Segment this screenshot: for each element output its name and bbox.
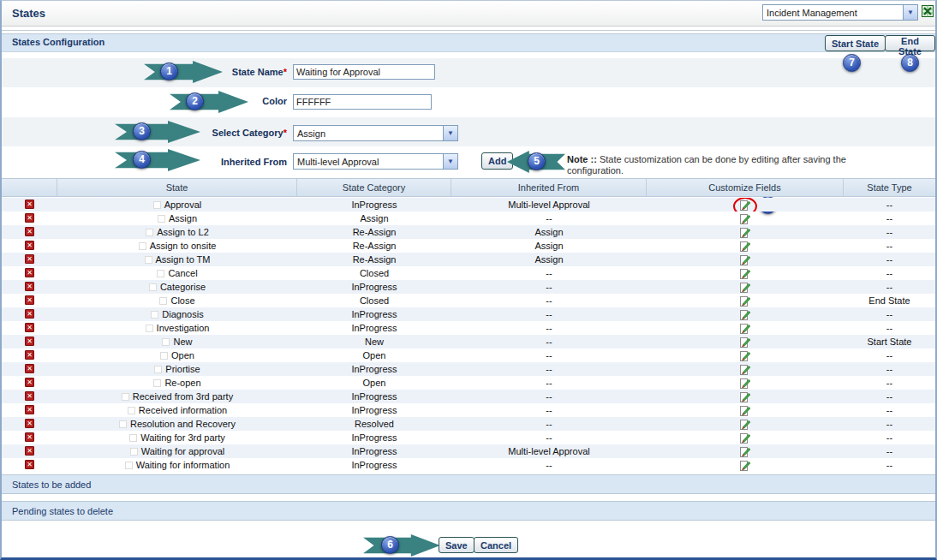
- customize-fields-button[interactable]: [739, 336, 751, 349]
- customize-fields-button[interactable]: [739, 226, 751, 239]
- state-category-cell: Open: [297, 349, 451, 362]
- state-color-swatch: [119, 420, 127, 428]
- edit-icon: [739, 267, 751, 280]
- page-title: States: [12, 1, 45, 26]
- start-state-button[interactable]: Start State: [825, 35, 886, 51]
- state-color-swatch: [153, 201, 161, 209]
- category-select-value: Assign: [294, 128, 443, 139]
- customize-fields-button[interactable]: [739, 322, 751, 335]
- inherited-from-cell: Multi-level Approval: [451, 444, 647, 458]
- module-select[interactable]: Incident Management ▼: [762, 4, 918, 21]
- state-color-swatch: [130, 448, 138, 456]
- edit-icon: [739, 295, 751, 307]
- inherited-from-cell: Assign: [451, 239, 647, 253]
- delete-row-icon[interactable]: [25, 295, 34, 305]
- delete-row-icon[interactable]: [25, 432, 34, 442]
- customize-fields-button[interactable]: [739, 377, 751, 390]
- customize-fields-button[interactable]: [739, 240, 751, 253]
- customize-fields-button[interactable]: [739, 308, 751, 321]
- delete-row-icon[interactable]: [25, 227, 34, 236]
- required-mark: *: [283, 128, 287, 138]
- delete-row-icon[interactable]: [25, 254, 34, 264]
- table-row: Waiting for 3rd party InProgress -- --: [2, 431, 935, 444]
- state-color-swatch: [122, 393, 129, 401]
- inherited-from-select[interactable]: Multi-level Approval ▼: [293, 153, 458, 170]
- state-type-cell: --: [844, 458, 935, 472]
- header-delete-col: [2, 179, 57, 196]
- inherited-from-cell: --: [451, 390, 647, 403]
- delete-row-icon[interactable]: [25, 268, 34, 277]
- callout-number-7: 7: [843, 54, 861, 72]
- state-color-swatch: [160, 352, 168, 360]
- customize-fields-button[interactable]: [739, 404, 751, 417]
- table-row: Approval InProgress Multi-level Approval…: [2, 198, 935, 211]
- delete-row-icon[interactable]: [25, 364, 34, 373]
- delete-row-icon[interactable]: [25, 282, 34, 291]
- inherited-from-cell: --: [451, 458, 647, 472]
- table-row: Assign to L2 Re-Assign Assign --: [2, 225, 935, 239]
- callout-arrow-2: 2: [170, 91, 248, 113]
- state-type-cell: --: [844, 417, 935, 431]
- chevron-down-icon[interactable]: ▼: [903, 5, 917, 20]
- state-category-cell: InProgress: [297, 362, 451, 376]
- customize-fields-button[interactable]: [739, 253, 751, 266]
- delete-row-icon[interactable]: [25, 213, 34, 223]
- customize-fields-button[interactable]: [739, 267, 751, 280]
- customize-fields-button[interactable]: [739, 445, 751, 458]
- customize-fields-button[interactable]: [739, 295, 751, 307]
- state-cell: Assign to TM: [156, 254, 211, 265]
- state-type-cell: --: [844, 253, 935, 266]
- delete-row-icon[interactable]: [25, 460, 34, 469]
- state-cell: Received from 3rd party: [133, 391, 233, 402]
- state-cell: Re-open: [164, 378, 200, 388]
- edit-icon: [739, 459, 751, 472]
- export-to-excel-icon[interactable]: [922, 5, 934, 17]
- state-cell: Close: [170, 295, 194, 306]
- inherited-from-select-value: Multi-level Approval: [294, 157, 443, 167]
- state-name-input[interactable]: [293, 64, 435, 80]
- save-button[interactable]: Save: [439, 537, 474, 553]
- customize-fields-button[interactable]: [739, 432, 751, 444]
- delete-row-icon[interactable]: [25, 378, 34, 387]
- customize-fields-button[interactable]: [739, 418, 751, 431]
- arrow-icon: [144, 61, 223, 83]
- table-row: Resolution and Recovery Resolved -- --: [2, 417, 935, 431]
- delete-row-icon[interactable]: [25, 391, 34, 401]
- customize-fields-button[interactable]: [739, 281, 751, 294]
- table-row: Assign to onsite Re-Assign Assign --: [2, 239, 935, 253]
- inherited-from-cell: --: [451, 403, 647, 417]
- delete-row-icon[interactable]: [25, 309, 34, 319]
- section-bar: [2, 33, 935, 52]
- state-cell: New: [173, 337, 192, 347]
- cancel-button[interactable]: Cancel: [474, 537, 518, 553]
- customize-fields-button[interactable]: [739, 390, 751, 403]
- delete-row-icon[interactable]: [25, 200, 34, 209]
- customize-fields-button[interactable]: [739, 212, 751, 225]
- customize-fields-button[interactable]: [739, 363, 751, 376]
- inherited-from-cell: Assign: [451, 253, 647, 266]
- delete-row-icon[interactable]: [25, 241, 34, 250]
- table-row: Diagnosis InProgress -- --: [2, 307, 935, 321]
- delete-row-icon[interactable]: [25, 323, 34, 332]
- category-select[interactable]: Assign ▼: [293, 125, 458, 141]
- chevron-down-icon[interactable]: ▼: [443, 154, 457, 169]
- state-type-cell: --: [844, 280, 935, 294]
- chevron-down-icon[interactable]: ▼: [443, 126, 457, 140]
- header-customize-fields: Customize Fields: [647, 179, 844, 196]
- delete-row-icon[interactable]: [25, 337, 34, 346]
- state-type-cell: --: [844, 376, 935, 390]
- delete-row-icon[interactable]: [25, 419, 34, 428]
- customize-fields-button[interactable]: [739, 349, 751, 362]
- state-category-cell: InProgress: [297, 321, 451, 335]
- state-color-swatch: [139, 242, 146, 250]
- state-cell: Waiting for approval: [141, 446, 224, 456]
- color-input[interactable]: [293, 94, 432, 110]
- delete-row-icon[interactable]: [25, 405, 34, 414]
- table-row: Re-open Open -- --: [2, 376, 935, 390]
- delete-row-icon[interactable]: [25, 446, 34, 456]
- callout-arrow-1: 1: [144, 61, 223, 83]
- delete-row-icon[interactable]: [25, 350, 34, 360]
- customize-fields-button[interactable]: [739, 199, 751, 211]
- end-state-button[interactable]: End State: [885, 35, 935, 51]
- customize-fields-button[interactable]: [739, 459, 751, 472]
